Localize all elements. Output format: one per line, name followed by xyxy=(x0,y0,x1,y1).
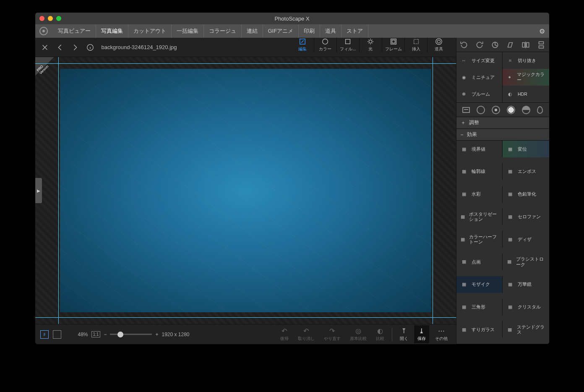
posterize-icon: ▦ xyxy=(460,212,466,221)
stained-icon: ▦ xyxy=(506,325,514,334)
zoom-in-button[interactable]: + xyxy=(155,332,158,337)
tool-tab-frame[interactable]: フレーム xyxy=(382,38,405,52)
quick-tool-bloom[interactable]: ❋ブルーム xyxy=(456,86,503,102)
shape-circle-1-icon[interactable] xyxy=(477,106,485,114)
effect-threshold[interactable]: ▦境界値 xyxy=(456,141,503,157)
frame-icon xyxy=(390,38,397,45)
shape-circle-4-icon[interactable] xyxy=(522,106,530,114)
action-more[interactable]: ⋯その他 xyxy=(432,325,451,343)
next-file-icon[interactable] xyxy=(71,44,79,51)
rotate-right-button[interactable] xyxy=(475,40,484,50)
file-info-icon[interactable] xyxy=(86,44,94,51)
zoom-out-button[interactable]: − xyxy=(104,332,107,337)
quick-tool-resize[interactable]: ↔サイズ変更 xyxy=(456,52,503,69)
shape-circle-3-icon[interactable] xyxy=(507,106,515,114)
overlay-toggle-icon[interactable] xyxy=(53,330,61,339)
brush-icon: ▦ xyxy=(506,258,513,266)
effect-displace[interactable]: ▦変位 xyxy=(503,141,549,157)
main-tab-6[interactable]: GIFアニメ xyxy=(263,24,299,38)
status-bar: ♯ 48% 1:1 − + 1920 x 1280 ↶復帰↶取り消し↷やり直す◎… xyxy=(35,324,456,344)
shape-square-icon[interactable] xyxy=(462,107,470,113)
main-tab-7[interactable]: 印刷 xyxy=(299,24,320,38)
effect-pencil[interactable]: ▦色鉛筆化 xyxy=(503,186,549,203)
guide-vertical-left[interactable] xyxy=(58,57,59,324)
quick-tool-crop[interactable]: ⌗切り抜き xyxy=(503,52,549,69)
effect-outline[interactable]: ▦輪郭線 xyxy=(456,163,503,180)
action-open[interactable]: ⤒開く xyxy=(396,325,412,343)
one-to-one-button[interactable]: 1:1 xyxy=(91,331,101,337)
quick-tool-magic[interactable]: ✦マジックカラー xyxy=(503,69,549,86)
titlebar: PhotoScape X xyxy=(35,13,549,24)
effect-posterize[interactable]: ▦ポスタリゼーション xyxy=(456,208,503,225)
tool-tab-tools[interactable]: 道具 xyxy=(428,38,450,52)
zoom-slider-thumb[interactable] xyxy=(117,332,123,337)
rotate-left-button[interactable] xyxy=(459,40,469,50)
halftone-icon: ▦ xyxy=(460,235,466,243)
tool-tab-color[interactable]: カラー xyxy=(314,38,337,52)
main-tab-1[interactable]: 写真編集 xyxy=(96,24,128,38)
quick-tool-miniature[interactable]: ◉ミニチュア xyxy=(456,69,503,86)
close-window-button[interactable] xyxy=(39,16,44,21)
main-tab-4[interactable]: コラージュ xyxy=(204,24,242,38)
tool-tab-edit[interactable]: 編集 xyxy=(292,38,314,52)
main-tab-9[interactable]: ストア xyxy=(342,24,368,38)
svg-point-9 xyxy=(436,39,442,44)
main-tab-3[interactable]: 一括編集 xyxy=(172,24,204,38)
effect-frosted[interactable]: ▦すりガラス xyxy=(456,321,503,338)
zoom-slider[interactable] xyxy=(110,334,152,335)
tool-tab-light[interactable]: 光 xyxy=(360,38,382,52)
accordion-effect[interactable]: −効果 xyxy=(456,129,549,141)
prev-file-icon[interactable] xyxy=(56,44,64,51)
effect-emboss[interactable]: ▦エンボス xyxy=(503,163,549,180)
settings-gear-icon[interactable]: ⚙ xyxy=(539,27,545,35)
color-icon xyxy=(321,38,329,45)
guide-horizontal-bottom[interactable] xyxy=(35,317,456,318)
rotate-arb-button[interactable] xyxy=(490,40,500,50)
accordion-adjust[interactable]: ＋調整 xyxy=(456,117,549,129)
action-save[interactable]: ⤓保存 xyxy=(414,325,429,343)
maximize-window-button[interactable] xyxy=(56,16,61,21)
shape-circle-2-icon[interactable] xyxy=(492,106,500,114)
effect-dither[interactable]: ▦ディザ xyxy=(503,231,549,248)
left-panel-toggle[interactable]: ▶ xyxy=(35,178,42,203)
minimize-window-button[interactable] xyxy=(48,16,53,21)
main-tab-0[interactable]: 写真ビュアー xyxy=(53,24,96,38)
effect-watercolor[interactable]: ▦水彩 xyxy=(456,186,503,203)
flip-h-button[interactable] xyxy=(521,40,530,50)
svg-point-2 xyxy=(323,39,328,44)
effect-kaleido[interactable]: ▦万華鏡 xyxy=(503,276,549,293)
tool-tab-insert[interactable]: 挿入 xyxy=(405,38,428,52)
tool-tab-filter[interactable]: フィル... xyxy=(337,38,360,52)
effect-halftone[interactable]: ▦カラーハーフトーン xyxy=(456,231,503,248)
kaleido-icon: ▦ xyxy=(506,280,514,289)
main-tab-5[interactable]: 連結 xyxy=(242,24,263,38)
canvas-area[interactable]: PRO Version ▶ xyxy=(35,57,456,324)
main-tab-2[interactable]: カットアウト xyxy=(128,24,172,38)
resize-icon: ↔ xyxy=(460,56,468,65)
app-logo-icon[interactable] xyxy=(39,27,48,35)
effect-crystal[interactable]: ▦クリスタル xyxy=(503,298,549,315)
canvas-image[interactable] xyxy=(60,69,431,312)
effect-triangle[interactable]: ▦三角形 xyxy=(456,298,503,315)
grid-toggle-icon[interactable]: ♯ xyxy=(40,330,49,339)
effect-brush[interactable]: ▦ブラシストローク xyxy=(503,253,549,270)
undo-icon: ↶ xyxy=(303,327,309,335)
main-tab-8[interactable]: 道具 xyxy=(320,24,342,38)
action-diff: ◐比較 xyxy=(373,325,388,343)
close-file-icon[interactable] xyxy=(41,44,49,51)
effect-cellophane[interactable]: ▦セロファン xyxy=(503,208,549,225)
skew-button[interactable] xyxy=(506,40,515,50)
svg-rect-14 xyxy=(539,46,544,48)
quick-tool-hdr[interactable]: ◐HDR xyxy=(503,86,549,102)
effect-stained[interactable]: ▦ステンドグラス xyxy=(503,321,549,338)
bloom-icon: ❋ xyxy=(460,90,468,98)
crop-icon: ⌗ xyxy=(506,56,514,65)
shape-drop-icon[interactable] xyxy=(537,106,543,114)
effect-stipple[interactable]: ▦点画 xyxy=(456,253,503,270)
guide-vertical-right[interactable] xyxy=(433,57,433,324)
effect-mosaic[interactable]: ▦モザイク xyxy=(456,276,503,293)
accordion-adjust-label: 調整 xyxy=(469,119,479,126)
flip-v-button[interactable] xyxy=(537,40,546,50)
minus-icon: − xyxy=(461,132,464,138)
guide-horizontal-top[interactable] xyxy=(35,63,456,64)
